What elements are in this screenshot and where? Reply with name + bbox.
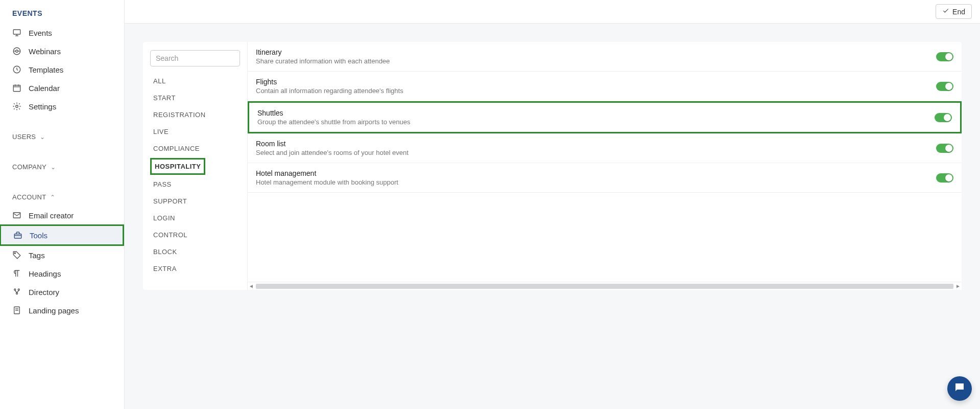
setting-title: Flights: [256, 78, 403, 86]
chevron-down-icon: ⌄: [40, 133, 45, 141]
setting-title: Shuttles: [257, 109, 410, 117]
sidebar-item-landing-pages[interactable]: Landing pages: [0, 301, 124, 320]
sidebar-section-account[interactable]: ACCOUNT⌃: [0, 188, 124, 206]
svg-rect-10: [13, 85, 20, 92]
svg-point-4: [16, 50, 18, 53]
sidebar-item-label: Landing pages: [29, 306, 79, 315]
svg-point-14: [16, 105, 18, 108]
sidebar-item-templates[interactable]: Templates: [0, 60, 124, 79]
sidebar-item-label: Headings: [29, 269, 61, 278]
horizontal-scrollbar[interactable]: ◄ ►: [248, 282, 962, 290]
toggle-shuttles[interactable]: [935, 113, 952, 122]
setting-desc: Share curated information with each atte…: [256, 57, 390, 65]
check-icon: [942, 7, 949, 16]
search-input[interactable]: [150, 50, 240, 66]
category-all[interactable]: ALL: [150, 73, 240, 89]
setting-info: Hotel managementHotel management module …: [256, 169, 398, 186]
category-extra[interactable]: EXTRA: [150, 260, 240, 277]
setting-row-hotel-management: Hotel managementHotel management module …: [248, 163, 962, 193]
setting-title: Hotel management: [256, 169, 398, 177]
paragraph-icon: [12, 269, 21, 278]
sidebar-item-label: Tags: [29, 251, 45, 260]
chat-fab[interactable]: [947, 376, 972, 401]
scrollbar-track[interactable]: [256, 284, 953, 289]
gear-icon: [12, 102, 21, 111]
setting-title: Itinerary: [256, 48, 390, 56]
setting-info: ShuttlesGroup the attendee's shuttle fro…: [257, 109, 410, 126]
toggle-room-list[interactable]: [936, 144, 953, 153]
monitor-icon: [12, 28, 21, 37]
svg-line-23: [17, 290, 19, 293]
sidebar-item-email-creator[interactable]: Email creator: [0, 206, 124, 224]
setting-info: Room listSelect and join attendee's room…: [256, 140, 409, 156]
section-label: ACCOUNT: [12, 193, 46, 201]
sidebar-item-tags[interactable]: Tags: [0, 246, 124, 264]
topbar: End: [125, 0, 980, 24]
template-icon: [12, 65, 21, 74]
setting-row-shuttles: ShuttlesGroup the attendee's shuttle fro…: [248, 101, 962, 133]
category-live[interactable]: LIVE: [150, 123, 240, 140]
svg-rect-16: [14, 234, 21, 238]
sidebar-item-label: Settings: [29, 102, 56, 111]
category-login[interactable]: LOGIN: [150, 210, 240, 226]
section-label: COMPANY: [12, 163, 46, 171]
setting-row-room-list: Room listSelect and join attendee's room…: [248, 133, 962, 163]
toggle-flights[interactable]: [936, 82, 953, 91]
toolbox-icon: [13, 231, 22, 240]
sidebar-item-calendar[interactable]: Calendar: [0, 79, 124, 97]
setting-row-flights: FlightsContain all information regarding…: [248, 72, 962, 101]
content-area: ALLSTARTREGISTRATIONLIVECOMPLIANCEHOSPIT…: [125, 24, 980, 409]
sidebar-item-webinars[interactable]: Webinars: [0, 42, 124, 60]
category-support[interactable]: SUPPORT: [150, 193, 240, 210]
category-control[interactable]: CONTROL: [150, 226, 240, 243]
sidebar-item-events[interactable]: Events: [0, 24, 124, 42]
chevron-down-icon: ⌄: [51, 164, 56, 171]
setting-info: ItineraryShare curated information with …: [256, 48, 390, 65]
chat-icon: [953, 381, 966, 396]
svg-point-18: [14, 253, 15, 254]
tag-icon: [12, 251, 21, 260]
category-start[interactable]: START: [150, 89, 240, 106]
sidebar-item-label: Calendar: [29, 84, 60, 93]
mail-icon: [12, 211, 21, 220]
category-block[interactable]: BLOCK: [150, 243, 240, 260]
chevron-up-icon: ⌃: [50, 194, 55, 201]
end-button[interactable]: End: [936, 4, 972, 19]
sidebar-item-tools[interactable]: Tools: [0, 224, 124, 246]
sidebar-title: EVENTS: [0, 0, 124, 24]
sidebar-item-directory[interactable]: Directory: [0, 283, 124, 301]
tools-panel: ALLSTARTREGISTRATIONLIVECOMPLIANCEHOSPIT…: [143, 42, 962, 290]
svg-line-9: [17, 70, 18, 71]
sidebar-item-settings[interactable]: Settings: [0, 97, 124, 116]
directory-icon: [12, 287, 21, 297]
category-registration[interactable]: REGISTRATION: [150, 106, 240, 123]
sidebar-item-label: Templates: [29, 65, 63, 74]
svg-rect-0: [13, 30, 20, 34]
scroll-right-arrow[interactable]: ►: [954, 283, 962, 289]
category-compliance[interactable]: COMPLIANCE: [150, 140, 240, 157]
sidebar-section-users[interactable]: USERS⌄: [0, 128, 124, 146]
webinar-icon: [12, 47, 21, 56]
calendar-icon: [12, 83, 21, 93]
sidebar-item-label: Webinars: [29, 47, 61, 56]
sidebar-item-headings[interactable]: Headings: [0, 264, 124, 283]
section-label: USERS: [12, 133, 36, 141]
category-pass[interactable]: PASS: [150, 176, 240, 193]
toggle-hotel-management[interactable]: [936, 173, 953, 183]
setting-desc: Contain all information regarding attend…: [256, 87, 403, 95]
settings-list: ItineraryShare curated information with …: [247, 42, 962, 290]
sidebar-section-company[interactable]: COMPANY⌄: [0, 158, 124, 176]
toggle-itinerary[interactable]: [936, 52, 953, 61]
sidebar-item-label: Directory: [29, 288, 59, 297]
setting-info: FlightsContain all information regarding…: [256, 78, 403, 95]
scroll-left-arrow[interactable]: ◄: [248, 283, 255, 289]
setting-title: Room list: [256, 140, 409, 148]
sidebar: EVENTS EventsWebinarsTemplatesCalendarSe…: [0, 0, 125, 409]
sidebar-item-label: Tools: [30, 231, 47, 240]
page-icon: [12, 306, 21, 315]
svg-point-21: [16, 293, 18, 294]
category-hospitality[interactable]: HOSPITALITY: [155, 163, 201, 170]
end-button-label: End: [952, 8, 965, 16]
categories-panel: ALLSTARTREGISTRATIONLIVECOMPLIANCEHOSPIT…: [143, 42, 247, 290]
svg-point-20: [18, 289, 19, 290]
